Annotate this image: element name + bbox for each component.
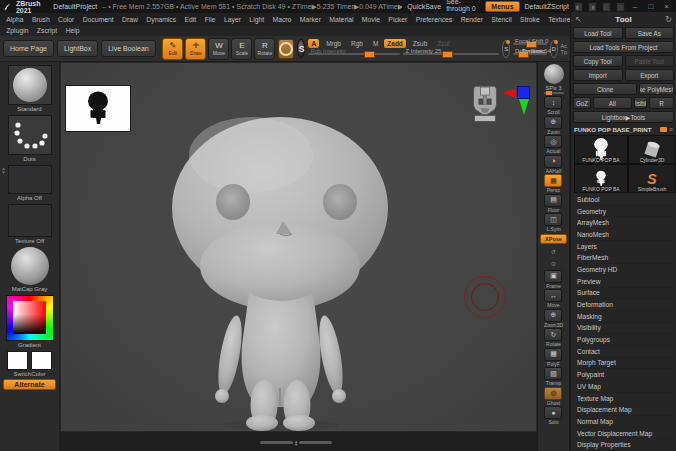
tool-button[interactable]: GoZ xyxy=(573,97,591,109)
shelf-button[interactable]: ▦ Persp xyxy=(544,174,562,194)
lightbox-button[interactable]: LightBox xyxy=(57,40,98,57)
shelf-button[interactable]: ⊙ xyxy=(548,258,559,270)
zscript-set[interactable]: DefaultZScript xyxy=(525,3,569,10)
menu-item[interactable]: Zscript xyxy=(33,27,62,34)
menu-item[interactable]: Light xyxy=(245,16,268,23)
canvas-horizontal-scrollbar[interactable]: ▴▾ xyxy=(260,440,332,445)
titlebar-tool-icon[interactable]: ◱ xyxy=(602,2,611,12)
spix-slider[interactable] xyxy=(544,92,564,94)
live-boolean-button[interactable]: Live Boolean xyxy=(101,40,155,57)
subpalette-row[interactable]: Layers xyxy=(573,241,674,253)
restore-button[interactable]: □ xyxy=(645,2,656,11)
subpalette-row[interactable]: Normal Map xyxy=(573,416,674,428)
quicksave-button[interactable]: QuickSave xyxy=(407,3,441,10)
tool-button[interactable]: Export xyxy=(625,69,675,81)
tool-button[interactable]: Copy Tool xyxy=(573,55,623,67)
menu-item[interactable]: Material xyxy=(325,16,358,23)
tool-button[interactable]: R xyxy=(649,97,674,109)
titlebar-tool-icon[interactable]: ◲ xyxy=(616,2,625,12)
z-intensity-slider[interactable]: Z Intensity 25 xyxy=(403,49,499,58)
shelf-button[interactable]: ▧ Transp xyxy=(544,367,562,387)
sculpt-toggle[interactable]: Zsub xyxy=(410,39,430,48)
subpalette-row[interactable]: Geometry HD xyxy=(573,264,674,276)
tool-button[interactable]: Visible xyxy=(634,97,647,109)
shelf-button[interactable]: ◑ AAHalf xyxy=(544,155,562,175)
tool-button[interactable]: Import xyxy=(573,69,623,81)
menu-item[interactable]: Stencil xyxy=(487,16,516,23)
brush-ring-icon[interactable] xyxy=(278,39,294,59)
current-material[interactable]: MatCap Gray xyxy=(11,247,49,292)
scrollbar-arrows-icon[interactable]: ▴▾ xyxy=(295,440,297,446)
funko-model[interactable] xyxy=(61,63,537,432)
tp-toggle[interactable]: Tp xyxy=(561,49,567,55)
focal-shift-slider[interactable]: Focal Shift 0 xyxy=(513,39,547,48)
subpalette-row[interactable]: Morph Target xyxy=(573,358,674,370)
current-stroke[interactable]: Dots xyxy=(8,115,52,162)
transform-mode-button[interactable]: E Scale xyxy=(231,38,252,60)
menu-item[interactable]: Zplugin xyxy=(2,27,33,34)
switchcolor-label[interactable]: SwitchColor xyxy=(13,371,45,377)
hue-ring[interactable] xyxy=(6,295,54,341)
subpalette-row[interactable]: ArrayMesh xyxy=(573,217,674,229)
matcap-sphere-icon[interactable] xyxy=(11,247,49,285)
subpalette-row[interactable]: Geometry xyxy=(573,206,674,218)
paint-toggle[interactable]: Mrgb xyxy=(323,39,344,48)
menu-item[interactable]: Layer xyxy=(220,16,245,23)
titlebar-tool-icon[interactable]: ◨ xyxy=(588,2,597,12)
menu-item[interactable]: Alpha xyxy=(2,16,28,23)
subpalette-row[interactable]: Polypaint xyxy=(573,369,674,381)
menu-item[interactable]: Render xyxy=(456,16,487,23)
current-alpha[interactable]: Alpha Off xyxy=(8,165,52,201)
menu-item[interactable]: Preferences xyxy=(411,16,456,23)
shelf-button[interactable]: ◍ Ghost xyxy=(544,387,562,407)
axis-gizmo[interactable] xyxy=(502,84,532,118)
saturation-square[interactable] xyxy=(13,301,46,334)
shelf-button[interactable]: ◫ L.Sym xyxy=(544,213,562,233)
subpalette-row[interactable]: NanoMesh xyxy=(573,229,674,241)
home-page-button[interactable]: Home Page xyxy=(3,40,54,57)
tool-button[interactable]: Save As xyxy=(625,27,675,39)
active-tool-header[interactable]: FUNKO POP BASE_PRINT ≡ xyxy=(573,126,674,133)
tool-thumb-simplebrush[interactable]: S SimpleBrush xyxy=(628,164,676,193)
ac-tp-toggles[interactable]: Ac Tp xyxy=(561,43,567,55)
paint-toggle[interactable]: A xyxy=(308,39,319,48)
menu-item[interactable]: Movie xyxy=(358,16,385,23)
subpalette-row[interactable]: Texture Map xyxy=(573,393,674,405)
menu-item[interactable]: Macro xyxy=(268,16,295,23)
subpalette-row[interactable]: Display Properties xyxy=(573,439,674,451)
load-tools-from-project-button[interactable]: Load Tools From Project xyxy=(573,41,674,53)
subpalette-row[interactable]: Surface xyxy=(573,288,674,300)
draw-size-slider[interactable]: Draw Size 64 Dynamic xyxy=(513,49,547,58)
subpalette-row[interactable]: UV Map xyxy=(573,381,674,393)
material-sphere-icon[interactable]: S xyxy=(297,39,305,58)
main-color-swatch[interactable] xyxy=(7,351,28,370)
menu-item[interactable]: Picker xyxy=(384,16,411,23)
shelf-button[interactable]: ⊕ Zoom xyxy=(544,116,562,136)
shelf-button[interactable]: ◎ Actual xyxy=(544,135,562,155)
menu-item[interactable]: Stroke xyxy=(516,16,544,23)
subpalette-row[interactable]: Vector Displacement Map xyxy=(573,428,674,440)
paint-toggle[interactable]: M xyxy=(370,39,381,48)
menu-item[interactable]: Help xyxy=(61,27,83,34)
tool-thumb-cylinder3d[interactable]: Cylinder3D xyxy=(628,135,676,164)
tool-button[interactable]: All xyxy=(593,97,632,109)
subpalette-row[interactable]: Masking xyxy=(573,311,674,323)
alpha-thumbnail[interactable] xyxy=(8,165,52,194)
subpalette-row[interactable]: Visibility xyxy=(573,323,674,335)
palette-restore-icon[interactable]: ↻ xyxy=(665,15,672,24)
lightbox-tools-button[interactable]: Lightbox▶Tools xyxy=(573,111,674,123)
shelf-button[interactable]: ▣ Frame xyxy=(544,270,562,290)
subpalette-row[interactable]: Displacement Map xyxy=(573,404,674,416)
rgb-intensity-slider[interactable]: Rgb Intensity xyxy=(308,49,400,58)
texture-thumbnail[interactable] xyxy=(8,204,52,237)
shelf-button[interactable]: ↕ Scroll xyxy=(544,96,562,116)
document-canvas[interactable] xyxy=(60,62,537,432)
tool-button[interactable]: Make PolyMesh3D xyxy=(639,83,674,95)
sculpt-toggle[interactable]: Zadd xyxy=(384,39,406,48)
shelf-button[interactable]: ▦ PolyF xyxy=(544,348,562,368)
minimize-button[interactable]: – xyxy=(630,2,641,11)
alternate-button[interactable]: Alternate xyxy=(3,379,55,390)
menu-item[interactable]: Edit xyxy=(180,16,200,23)
tool-button[interactable]: Clone xyxy=(573,83,637,95)
secondary-color-swatch[interactable] xyxy=(31,351,52,370)
